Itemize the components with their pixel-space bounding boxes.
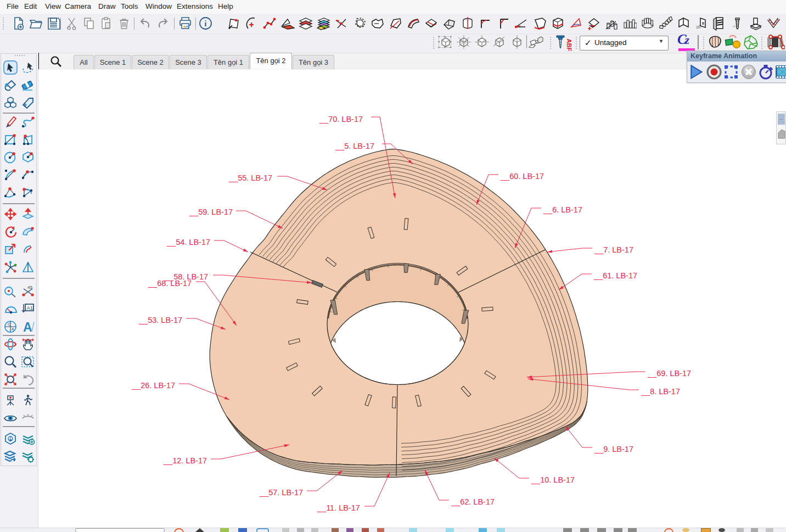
svg-text:__57. LB-17: __57. LB-17 xyxy=(259,488,303,497)
svg-text:__68. LB-17: __68. LB-17 xyxy=(148,279,192,288)
svg-text:__10. LB-17: __10. LB-17 xyxy=(531,475,575,484)
svg-text:__61. LB-17: __61. LB-17 xyxy=(593,271,637,280)
svg-text:__53. LB-17: __53. LB-17 xyxy=(138,316,182,324)
svg-text:__59. LB-17: __59. LB-17 xyxy=(189,208,233,216)
svg-text:__60. LB-17: __60. LB-17 xyxy=(500,172,544,181)
svg-text:A: A xyxy=(23,320,32,334)
svg-text:__26. LB-17: __26. LB-17 xyxy=(131,381,175,390)
svg-text:__70. LB-17: __70. LB-17 xyxy=(319,115,363,124)
svg-text:C: C xyxy=(8,322,10,326)
svg-text:__54. LB-17: __54. LB-17 xyxy=(166,238,210,247)
svg-text:__11. LB-17: __11. LB-17 xyxy=(317,503,360,512)
svg-text:45: 45 xyxy=(27,285,32,290)
svg-text:__8. LB-17: __8. LB-17 xyxy=(641,387,680,396)
svg-text:__55. LB-17: __55. LB-17 xyxy=(228,173,272,182)
svg-text:__9. LB-17: __9. LB-17 xyxy=(594,445,633,453)
svg-text:A: A xyxy=(12,327,14,331)
svg-text:__7. LB-17: __7. LB-17 xyxy=(594,245,633,254)
svg-text:__5. LB-17: __5. LB-17 xyxy=(335,142,374,150)
svg-text:A1: A1 xyxy=(27,305,33,311)
svg-text:__69. LB-17: __69. LB-17 xyxy=(647,369,691,378)
svg-text:__12. LB-17: __12. LB-17 xyxy=(163,456,207,465)
svg-text:__62. LB-17: __62. LB-17 xyxy=(451,497,495,506)
svg-text:__6. LB-17: __6. LB-17 xyxy=(543,205,582,214)
